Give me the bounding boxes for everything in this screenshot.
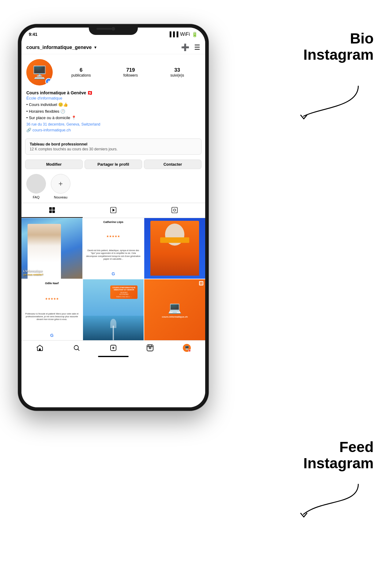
tab-tagged[interactable] bbox=[144, 203, 205, 218]
bio-line2: • Horaires flexibles 🕐 bbox=[26, 108, 200, 115]
signal-icon: ▐▐▐ bbox=[168, 32, 178, 37]
followers-count: 719 bbox=[126, 67, 135, 73]
feed-cell-5[interactable]: COURS D'INFORMATIQUEDÉBUTANT ET SENIOR D… bbox=[83, 279, 144, 340]
status-time: 9:41 bbox=[29, 32, 37, 37]
feed-cell-6[interactable]: 💻 cours-informatique.ch bbox=[144, 279, 205, 340]
stat-followers[interactable]: 719 followers bbox=[123, 67, 138, 77]
bio-category[interactable]: École d'informatique bbox=[26, 96, 200, 100]
review-card-odile: Odile Naef ★★★★★ Professeur à l'écoute e… bbox=[21, 279, 82, 340]
highlights-row: FAQ + Nouveau bbox=[21, 172, 205, 203]
menu-icon[interactable]: ☰ bbox=[194, 43, 200, 51]
instagram-profile[interactable]: cours_informatique_geneve ▼ ➕ ☰ bbox=[21, 41, 205, 407]
tagged-icon bbox=[171, 207, 178, 213]
tab-reels[interactable] bbox=[83, 203, 144, 218]
highlight-faq-label: FAQ bbox=[33, 195, 40, 199]
stars-1: ★★★★★ bbox=[85, 235, 141, 238]
profile-top: 🖥️ + 6 publications 719 bbox=[21, 54, 205, 88]
publications-label: publications bbox=[71, 73, 91, 77]
reviewer-name-1: Catherine Lüps bbox=[85, 221, 141, 224]
avatar-add-story[interactable]: + bbox=[45, 78, 52, 85]
svg-rect-8 bbox=[39, 349, 41, 351]
pro-dashboard-subtitle: 12 K comptes touchés au cours des 30 der… bbox=[30, 147, 197, 151]
profile-avatar[interactable]: 🖥️ + bbox=[26, 59, 53, 85]
partager-button[interactable]: Partager le profil bbox=[85, 160, 142, 169]
following-count: 33 bbox=[174, 67, 180, 73]
svg-point-7 bbox=[173, 209, 175, 211]
annotations: Bio Instagram Feed Instagram bbox=[233, 0, 374, 588]
stat-publications[interactable]: 6 publications bbox=[71, 67, 91, 77]
feed-arrow bbox=[297, 481, 364, 518]
highlight-faq-circle bbox=[26, 174, 46, 194]
reels-nav-icon bbox=[146, 344, 154, 352]
home-icon bbox=[36, 344, 43, 352]
tab-grid[interactable] bbox=[21, 203, 83, 218]
contacter-button[interactable]: Contacter bbox=[144, 160, 202, 169]
stars-2: ★★★★★ bbox=[24, 297, 80, 300]
mascot-cell: 💻 cours-informatique.ch bbox=[144, 279, 205, 340]
nav-home[interactable] bbox=[34, 343, 46, 353]
action-buttons: Modifier Partager le profil Contacter bbox=[21, 157, 205, 172]
bottom-nav: 🖥️ bbox=[21, 340, 205, 354]
pro-dashboard[interactable]: Tableau de bord professionnel 12 K compt… bbox=[25, 138, 202, 155]
reels-tab-icon bbox=[110, 207, 117, 213]
bio-annotation-line2: Instagram bbox=[303, 47, 374, 63]
battery-icon: 🔋 bbox=[192, 32, 198, 37]
highlight-nouveau-label: Nouveau bbox=[54, 195, 67, 199]
nav-profile-avatar: 🖥️ bbox=[183, 344, 191, 352]
svg-point-15 bbox=[149, 347, 151, 349]
website-url: cours-informatique.ch bbox=[32, 128, 71, 132]
ig-header-icons[interactable]: ➕ ☰ bbox=[181, 43, 200, 51]
profile-stats-row: 🖥️ + 6 publications 719 bbox=[26, 59, 200, 85]
bio-line1: • Cours individuel 🙂👍 bbox=[26, 102, 200, 108]
feed-cell-2[interactable]: Catherine Lüps ★★★★★ David est très pati… bbox=[83, 218, 144, 279]
google-logo-1: G bbox=[85, 271, 141, 276]
highlight-nouveau[interactable]: + Nouveau bbox=[51, 174, 70, 199]
feed-cell-1[interactable]: ✓ L'informatique ça vous embête? bbox=[21, 218, 82, 279]
followers-label: followers bbox=[123, 73, 138, 77]
review-card-catherine: Catherine Lüps ★★★★★ David est très pati… bbox=[83, 218, 144, 279]
modifier-button[interactable]: Modifier bbox=[25, 160, 83, 169]
ig-header: cours_informatique_geneve ▼ ➕ ☰ bbox=[21, 41, 205, 54]
bio-address[interactable]: 36 rue du 31 decembre, Geneva, Switzerla… bbox=[26, 122, 200, 126]
profile-bio: Cours informatique à Genève 🇨🇭 École d'i… bbox=[21, 88, 205, 136]
feed-annotation-line1: Feed bbox=[303, 439, 374, 455]
nav-add[interactable] bbox=[107, 343, 119, 353]
nav-search[interactable] bbox=[70, 343, 83, 353]
phone-screen: 9:41 ▐▐▐ WiFi 🔋 cours_informatique_genev… bbox=[21, 28, 205, 407]
phone-frame: 9:41 ▐▐▐ WiFi 🔋 cours_informatique_genev… bbox=[18, 24, 208, 410]
review-text-2: Professeur à l'écoute et patient! Merci … bbox=[24, 312, 80, 321]
nav-profile[interactable]: 🖥️ bbox=[181, 343, 193, 353]
bio-annotation-line1: Bio bbox=[303, 31, 374, 47]
svg-rect-0 bbox=[49, 207, 52, 209]
bio-line3: • Sur place ou à domicile 📍 bbox=[26, 115, 200, 121]
phone-mockup: 9:41 ▐▐▐ WiFi 🔋 cours_informatique_genev… bbox=[18, 24, 208, 410]
review-text-1: David est très patient, didactique, symp… bbox=[85, 249, 141, 260]
bio-website[interactable]: 🔗 cours-informatique.ch bbox=[26, 128, 200, 132]
bio-name: Cours informatique à Genève 🇨🇭 bbox=[26, 90, 200, 95]
svg-rect-14 bbox=[147, 345, 153, 351]
google-logo-2: G bbox=[24, 333, 80, 338]
feed-grid: ✓ L'informatique ça vous embête? bbox=[21, 218, 205, 340]
laptop-emoji: 💻 bbox=[168, 301, 182, 314]
feed-annotation-line2: Instagram bbox=[303, 455, 374, 472]
feed-cell-4[interactable]: Odile Naef ★★★★★ Professeur à l'écoute e… bbox=[21, 279, 82, 340]
chevron-down-icon: ▼ bbox=[93, 45, 97, 50]
reviewer-name-2: Odile Naef bbox=[24, 282, 80, 285]
publications-count: 6 bbox=[80, 67, 82, 73]
feed-cell-3[interactable] bbox=[144, 218, 205, 279]
cell1-text: L'informatique ça vous embête? bbox=[23, 270, 43, 276]
highlight-faq[interactable]: FAQ bbox=[26, 174, 46, 199]
fountain-image: COURS D'INFORMATIQUEDÉBUTANT ET SENIOR D… bbox=[83, 279, 144, 340]
add-post-icon[interactable]: ➕ bbox=[181, 43, 189, 51]
svg-point-9 bbox=[74, 345, 78, 350]
ig-profile-tabs bbox=[21, 203, 205, 218]
wifi-icon: WiFi bbox=[180, 32, 190, 37]
feed-annotation: Feed Instagram bbox=[303, 439, 374, 472]
link-icon: 🔗 bbox=[26, 128, 31, 132]
search-icon bbox=[73, 344, 80, 352]
svg-rect-6 bbox=[172, 207, 177, 213]
screen-content: cours_informatique_geneve ▼ ➕ ☰ bbox=[21, 41, 205, 407]
nav-reels[interactable] bbox=[144, 343, 156, 353]
stat-following[interactable]: 33 suivi(e)s bbox=[170, 67, 184, 77]
following-label: suivi(e)s bbox=[170, 73, 184, 77]
